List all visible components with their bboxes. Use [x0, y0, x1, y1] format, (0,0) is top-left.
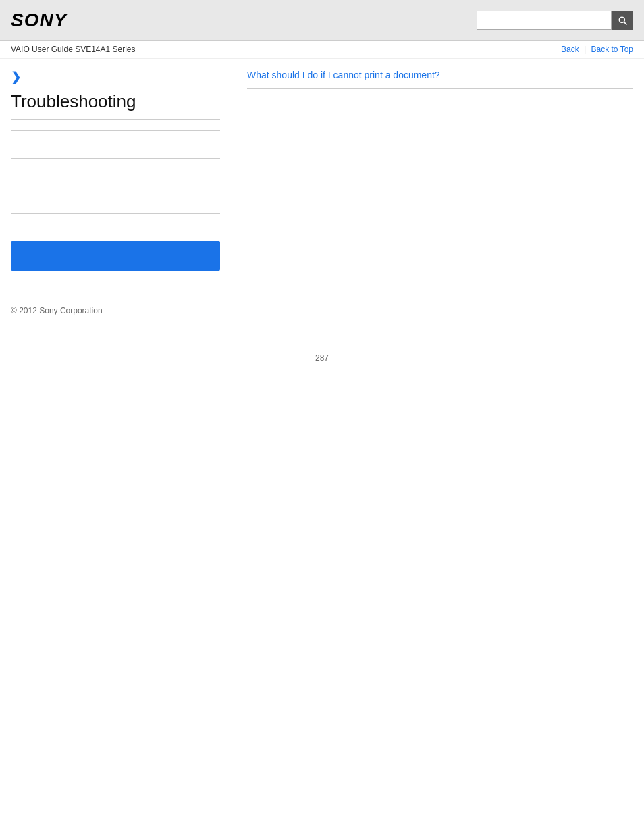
content-main-link[interactable]: What should I do if I cannot print a doc…: [247, 70, 633, 80]
search-button[interactable]: [612, 11, 633, 30]
nav-bar: VAIO User Guide SVE14A1 Series Back | Ba…: [0, 41, 644, 59]
back-to-top-link[interactable]: Back to Top: [591, 45, 633, 54]
page-number: 287: [0, 353, 644, 363]
sidebar-link-1[interactable]: [11, 142, 220, 147]
search-input[interactable]: [477, 11, 612, 30]
sidebar-divider-3: [11, 186, 220, 186]
search-area: [477, 11, 633, 30]
sidebar-link-2[interactable]: [11, 170, 220, 175]
main-content: ❯ Troubleshooting What should I do if I …: [0, 59, 644, 282]
sony-logo: SONY: [11, 9, 67, 31]
right-content: What should I do if I cannot print a doc…: [234, 70, 633, 271]
search-icon: [617, 15, 628, 26]
sidebar-title: Troubleshooting: [11, 91, 220, 120]
sidebar-chevron: ❯: [11, 70, 220, 84]
sidebar-link-3[interactable]: [11, 197, 220, 203]
sidebar-active-bar: [11, 241, 220, 271]
sidebar-link-4[interactable]: [11, 225, 220, 230]
nav-links: Back | Back to Top: [561, 45, 633, 54]
back-link[interactable]: Back: [561, 45, 579, 54]
sidebar: ❯ Troubleshooting: [11, 70, 220, 271]
copyright: © 2012 Sony Corporation: [11, 306, 103, 315]
sidebar-divider-2: [11, 158, 220, 159]
nav-separator: |: [584, 45, 586, 54]
content-divider: [247, 88, 633, 89]
header: SONY: [0, 0, 644, 41]
breadcrumb: VAIO User Guide SVE14A1 Series: [11, 45, 136, 54]
footer: © 2012 Sony Corporation: [0, 295, 644, 326]
sidebar-divider-1: [11, 130, 220, 131]
sidebar-divider-4: [11, 213, 220, 214]
